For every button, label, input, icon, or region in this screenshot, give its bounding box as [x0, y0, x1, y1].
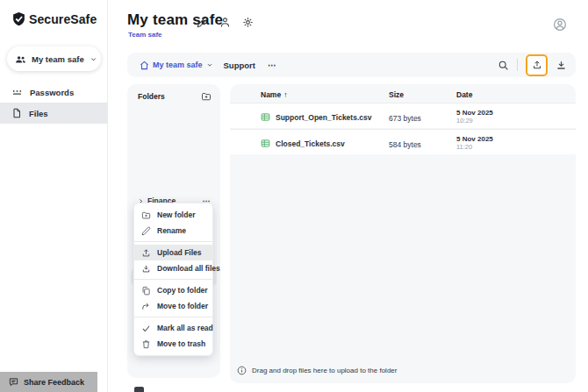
- column-header-date[interactable]: Date: [456, 90, 472, 99]
- chevron-down-icon[interactable]: [206, 61, 213, 68]
- trash-icon: [141, 339, 151, 349]
- file-row-closed-tickets[interactable]: Closed_Tickets.csv 584 bytes 5 Nov 2025 …: [230, 129, 576, 154]
- toolbar-divider: [517, 59, 518, 71]
- share-feedback-label: Share Feedback: [24, 378, 84, 387]
- file-time-label: 10:29: [456, 117, 473, 125]
- menu-item-label: Rename: [157, 226, 186, 235]
- sort-ascending-arrow: ↑: [283, 90, 287, 99]
- passwords-dots-icon: [11, 87, 23, 98]
- file-table-header: Name↑ Size Date: [230, 84, 576, 103]
- menu-item-copy-to-folder[interactable]: Copy to folder: [134, 282, 212, 298]
- pencil-icon: [141, 226, 151, 236]
- file-name-label: Support_Open_Tickets.csv: [276, 113, 371, 122]
- dropzone-hint: Drag and drop files here to upload to th…: [237, 366, 397, 375]
- app-logo: SecureSafe: [11, 11, 97, 26]
- menu-item-move-to-folder[interactable]: Move to folder: [134, 298, 212, 314]
- securesafe-app-window: SecureSafe My team safe: [0, 0, 588, 392]
- check-icon: [141, 324, 151, 333]
- share-user-icon[interactable]: [219, 17, 231, 28]
- file-size-cell: 673 bytes: [389, 114, 421, 123]
- edit-pencil-icon[interactable]: [197, 17, 208, 28]
- team-selector-label: My team safe: [32, 54, 84, 64]
- toolbar-actions: [498, 54, 567, 76]
- sidebar-item-label: Passwords: [30, 88, 74, 97]
- menu-divider: [134, 317, 212, 317]
- file-date-cell: 5 Nov 2025 11:20: [456, 135, 493, 151]
- menu-item-mark-all-as-read[interactable]: Mark all as read: [134, 320, 212, 336]
- file-row-support-open-tickets[interactable]: Support_Open_Tickets.csv 673 bytes 5 Nov…: [230, 103, 576, 128]
- copy-icon: [141, 286, 151, 296]
- menu-item-upload-files[interactable]: Upload Files: [134, 245, 212, 260]
- sidebar-item-passwords[interactable]: Passwords: [0, 82, 108, 103]
- file-name-cell: Support_Open_Tickets.csv: [261, 112, 371, 122]
- new-folder-icon[interactable]: [201, 91, 212, 102]
- menu-item-label: Download all files: [157, 264, 220, 273]
- upload-files-button-highlighted[interactable]: [526, 54, 548, 76]
- share-feedback-button[interactable]: Share Feedback: [0, 372, 97, 392]
- menu-item-new-folder[interactable]: New folder: [134, 207, 212, 223]
- new-folder-icon: [141, 210, 151, 220]
- menu-item-rename[interactable]: Rename: [134, 223, 212, 239]
- sidebar: SecureSafe My team safe: [0, 0, 108, 392]
- file-list-panel: Name↑ Size Date Support_Open_Tickets.csv…: [230, 84, 576, 383]
- menu-item-move-to-trash[interactable]: Move to trash: [134, 336, 212, 352]
- file-time-label: 11:20: [456, 143, 472, 151]
- menu-item-download-all-files[interactable]: Download all files: [134, 260, 212, 276]
- upload-icon: [141, 248, 151, 258]
- dropzone-hint-text: Drag and drop files here to upload to th…: [252, 367, 397, 374]
- breadcrumb-more-button[interactable]: ⋯: [268, 61, 277, 70]
- file-size-cell: 584 bytes: [389, 140, 421, 149]
- folder-context-menu: New folder Rename Upload Files: [133, 203, 213, 356]
- menu-item-label: Move to folder: [157, 302, 208, 310]
- download-all-button[interactable]: [556, 60, 567, 71]
- chevron-down-icon: [90, 55, 97, 63]
- partially-hidden-folder-icon: [134, 387, 144, 392]
- breadcrumb-root-label: My team safe: [153, 61, 203, 69]
- shield-check-logo-icon: [11, 11, 26, 26]
- folders-header: Folders: [138, 91, 212, 102]
- file-date-cell: 5 Nov 2025 10:29: [456, 109, 493, 125]
- menu-divider: [134, 241, 212, 242]
- team-people-icon: [15, 53, 26, 65]
- breadcrumb-root[interactable]: My team safe: [140, 61, 213, 70]
- account-avatar-icon[interactable]: [553, 18, 567, 32]
- sidebar-item-files[interactable]: Files: [0, 103, 108, 124]
- menu-item-label: Mark all as read: [157, 324, 213, 332]
- move-arrow-icon: [141, 302, 151, 311]
- menu-item-label: Copy to folder: [157, 286, 208, 295]
- menu-item-label: Upload Files: [157, 248, 202, 257]
- csv-file-icon: [261, 139, 270, 148]
- menu-item-label: Move to trash: [157, 339, 205, 348]
- menu-item-label: New folder: [157, 210, 195, 219]
- breadcrumb-current[interactable]: Support: [224, 61, 255, 70]
- team-safe-selector[interactable]: My team safe: [7, 46, 101, 71]
- file-name-label: Closed_Tickets.csv: [276, 139, 345, 148]
- file-icon: [11, 108, 22, 118]
- breadcrumb-toolbar: My team safe Support ⋯: [127, 53, 576, 77]
- title-actions: [197, 17, 254, 28]
- menu-divider: [134, 279, 212, 280]
- brand-name: SecureSafe: [29, 12, 97, 26]
- folders-title: Folders: [138, 92, 165, 101]
- home-icon: [140, 61, 149, 70]
- search-icon[interactable]: [498, 60, 509, 71]
- download-icon: [141, 264, 151, 274]
- team-safe-link[interactable]: Team safe: [128, 31, 162, 39]
- file-name-cell: Closed_Tickets.csv: [261, 139, 345, 148]
- column-header-name[interactable]: Name↑: [261, 90, 287, 99]
- info-circle-icon: [237, 366, 247, 375]
- feedback-bubble-icon: [9, 377, 18, 387]
- column-header-size[interactable]: Size: [389, 90, 404, 99]
- sidebar-item-label: Files: [29, 109, 48, 118]
- csv-file-icon: [261, 112, 270, 122]
- settings-gear-icon[interactable]: [242, 17, 254, 28]
